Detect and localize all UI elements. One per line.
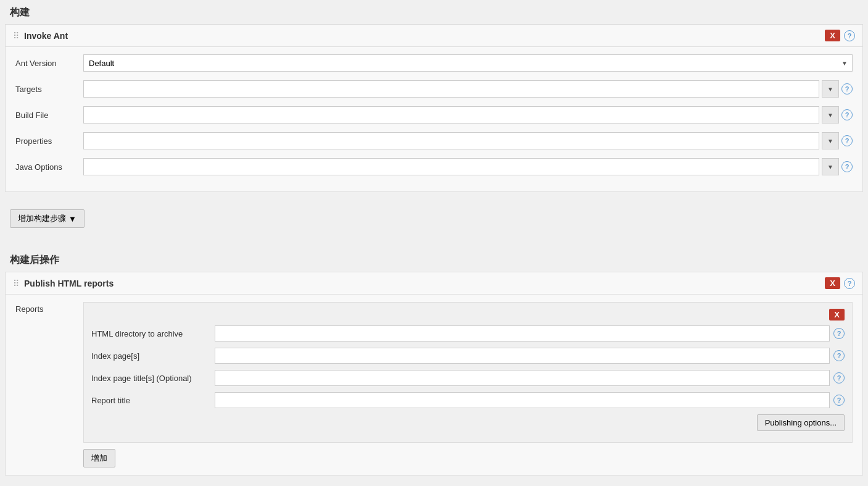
html-dir-row: HTML directory to archive D:\jmeter_test… [91,325,845,341]
build-file-dropdown-arrow-icon: ▼ [827,112,833,119]
targets-help-icon[interactable]: ? [841,83,853,94]
add-report-button[interactable]: 增加 [83,449,115,467]
build-file-help-icon[interactable]: ? [841,109,853,120]
html-dir-input[interactable]: D:\jmeter_test\report\html [215,325,830,341]
invoke-ant-body: Ant Version Default Targets run ▼ [6,47,862,191]
index-title-input[interactable] [215,370,830,386]
properties-help-icon[interactable]: ? [841,135,853,146]
build-file-dropdown-btn[interactable]: ▼ [822,106,839,124]
add-build-step-button[interactable]: 增加构建步骤 ▼ [10,209,85,228]
properties-row: Properties ▼ ? [15,132,853,149]
report-title-input[interactable]: HTML Report [215,392,830,408]
targets-dropdown-btn[interactable]: ▼ [822,80,839,98]
ant-version-label: Ant Version [15,59,83,68]
publishing-options-row: Publishing options... [91,414,845,431]
index-pages-label: Index page[s] [91,351,215,361]
reports-row: Reports X HTML directory to archive D:\j… [15,302,853,467]
invoke-ant-card: ⠿ Invoke Ant X ? Ant Version Default [5,24,863,192]
page-wrapper: 构建 ⠿ Invoke Ant X ? Ant Version Default [0,0,868,476]
build-file-control: D:\jmeter_test\build.xml ▼ ? [83,106,853,124]
report-title-help-icon[interactable]: ? [833,395,845,406]
report-title-row: Report title HTML Report ? [91,392,845,408]
build-file-row: Build File D:\jmeter_test\build.xml ▼ ? [15,106,853,124]
index-pages-input[interactable]: index.html [215,348,830,364]
reports-sub-card-close-button[interactable]: X [829,309,845,321]
reports-content: X HTML directory to archive D:\jmeter_te… [83,302,853,467]
properties-label: Properties [15,136,83,146]
publish-html-drag-handle-icon: ⠿ [13,279,19,288]
publish-html-header-left: ⠿ Publish HTML reports [13,279,114,288]
reports-sub-card-header: X [91,309,845,321]
publish-html-close-button[interactable]: X [825,277,840,289]
ant-version-select[interactable]: Default [83,54,853,72]
publish-html-help-icon[interactable]: ? [844,278,855,289]
add-build-step-arrow-icon: ▼ [68,214,76,224]
java-options-row: Java Options ▼ ? [15,158,853,175]
properties-dropdown-arrow-icon: ▼ [827,138,833,145]
java-options-input[interactable] [83,158,819,175]
ant-version-row: Ant Version Default [15,54,853,72]
html-dir-label: HTML directory to archive [91,329,215,338]
invoke-ant-help-icon[interactable]: ? [844,30,855,41]
targets-row: Targets run ▼ ? [15,80,853,98]
properties-control: ▼ ? [83,132,853,149]
invoke-ant-header-left: ⠿ Invoke Ant [13,31,68,41]
index-pages-row: Index page[s] index.html ? [91,348,845,364]
java-options-label: Java Options [15,162,83,172]
invoke-ant-close-button[interactable]: X [825,30,840,41]
publish-html-header-right: X ? [825,277,855,289]
properties-input[interactable] [83,132,819,149]
after-build-section: 构建后操作 ⠿ Publish HTML reports X ? Reports [0,248,868,476]
java-options-control: ▼ ? [83,158,853,175]
java-options-dropdown-arrow-icon: ▼ [827,164,833,170]
ant-version-control: Default [83,54,853,72]
after-build-title: 构建后操作 [0,248,868,272]
targets-input[interactable]: run [83,80,819,98]
invoke-ant-title: Invoke Ant [24,31,68,41]
build-file-input[interactable]: D:\jmeter_test\build.xml [83,106,819,124]
report-title-label: Report title [91,396,215,405]
index-title-help-icon[interactable]: ? [833,372,845,383]
publishing-options-button[interactable]: Publishing options... [757,414,845,431]
properties-dropdown-btn[interactable]: ▼ [822,132,839,149]
invoke-ant-header-right: X ? [825,30,855,41]
index-pages-help-icon[interactable]: ? [833,350,845,361]
html-dir-help-icon[interactable]: ? [833,328,845,339]
publish-html-header: ⠿ Publish HTML reports X ? [6,272,862,295]
publish-html-body: Reports X HTML directory to archive D:\j… [6,295,862,475]
build-file-label: Build File [15,111,83,120]
drag-handle-icon: ⠿ [13,31,19,41]
add-step-wrapper: 增加构建步骤 ▼ [0,202,868,245]
invoke-ant-header: ⠿ Invoke Ant X ? [6,25,862,47]
targets-label: Targets [15,85,83,94]
targets-dropdown-arrow-icon: ▼ [827,86,833,93]
index-title-label: Index page title[s] (Optional) [91,374,215,383]
java-options-dropdown-btn[interactable]: ▼ [822,158,839,175]
build-section-title: 构建 [0,0,868,24]
ant-version-select-wrapper: Default [83,54,853,72]
reports-sub-card: X HTML directory to archive D:\jmeter_te… [83,302,853,443]
publish-html-title: Publish HTML reports [24,279,114,288]
reports-label: Reports [15,302,83,314]
add-build-step-label: 增加构建步骤 [18,213,66,224]
publish-html-card: ⠿ Publish HTML reports X ? Reports [5,272,863,476]
java-options-help-icon[interactable]: ? [841,161,853,172]
targets-control: run ▼ ? [83,80,853,98]
index-title-row: Index page title[s] (Optional) ? [91,370,845,386]
